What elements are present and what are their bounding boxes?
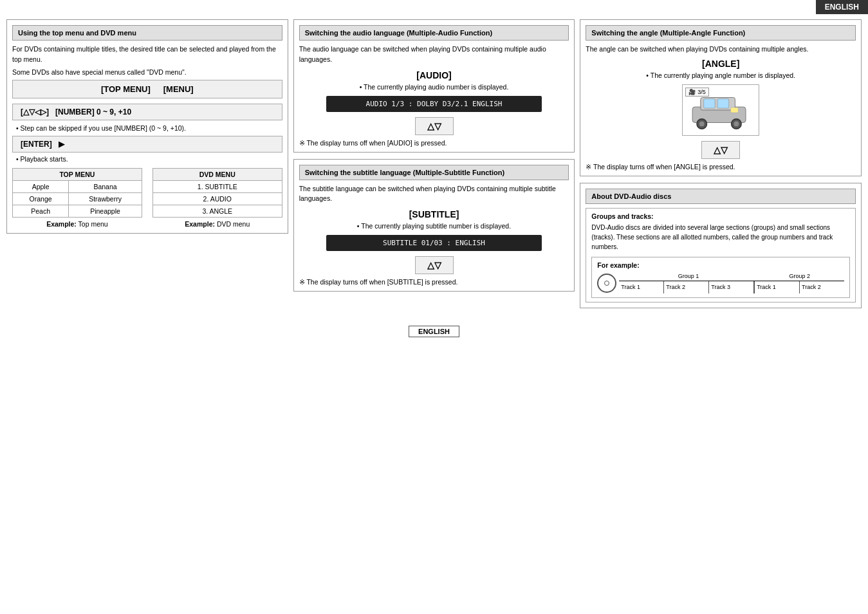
table-row: 2. AUDIO xyxy=(152,193,282,205)
groups-tracks-title: Groups and tracks: xyxy=(591,212,850,220)
subtitle-note: • The currently playing subtitle number … xyxy=(299,222,569,230)
subtitle-display: SUBTITLE 01/03 : ENGLISH xyxy=(326,235,542,251)
angle-asterisk-note: ※ The display turns off when [ANGLE] is … xyxy=(586,163,856,171)
example-top-label: Example: Top menu xyxy=(12,220,142,228)
audio-center-block: [AUDIO] • The currently playing audio nu… xyxy=(299,70,569,112)
subtitle-section: Switching the subtitle language (Multipl… xyxy=(293,159,575,292)
column-2: Switching the audio language (Multiple-A… xyxy=(293,19,575,308)
group1-label: Group 1 xyxy=(622,273,755,279)
subtitle-asterisk-note: ※ The display turns off when [SUBTITLE] … xyxy=(299,278,569,286)
top-menu-section: Using the top menu and DVD menu For DVDs… xyxy=(6,19,288,234)
column-3: Switching the angle (Multiple-Angle Func… xyxy=(580,19,862,308)
subtitle-body: The subtitle language can be switched wh… xyxy=(299,184,569,205)
svg-rect-7 xyxy=(717,98,729,108)
table-row: Orange xyxy=(13,193,69,205)
top-menu-table-wrap: TOP MENU Apple Banana Orange Strawberry … xyxy=(12,168,142,228)
column-1: Using the top menu and DVD menu For DVDs… xyxy=(6,19,288,308)
audio-asterisk-note: ※ The display turns off when [AUDIO] is … xyxy=(299,139,569,147)
subtitle-arrow-box: △▽ xyxy=(415,256,454,274)
angle-icon: 🎥 xyxy=(688,89,696,95)
angle-body: The angle can be switched when playing D… xyxy=(586,44,856,55)
groups-tracks-box: Groups and tracks: DVD-Audio discs are d… xyxy=(586,208,856,302)
subtitle-section-title: Switching the subtitle language (Multipl… xyxy=(299,165,569,180)
table-row: Apple xyxy=(13,181,69,193)
angle-section-title: Switching the angle (Multiple-Angle Func… xyxy=(586,25,856,41)
track-diagram: Group 1 Group 2 Track 1 Track 2 Track 3 … xyxy=(597,273,844,293)
angle-section: Switching the angle (Multiple-Angle Func… xyxy=(580,19,862,176)
groups-tracks-body: DVD-Audio discs are divided into several… xyxy=(591,223,850,252)
angle-label: [ANGLE] xyxy=(586,59,856,69)
audio-display: AUDIO 1/3 : DOLBY D3/2.1 ENGLISH xyxy=(326,96,542,112)
menu-tables: TOP MENU Apple Banana Orange Strawberry … xyxy=(12,168,282,228)
track-bars: Track 1 Track 2 Track 3 Track 1 Track 2 xyxy=(619,281,844,293)
table-row: Pineapple xyxy=(69,205,142,218)
list-item: Track 2 xyxy=(664,281,709,293)
play-icon: ▶ xyxy=(59,140,64,149)
list-item: Track 2 xyxy=(800,281,844,293)
dvd-menu-table-header: DVD MENU xyxy=(152,169,282,181)
dvd-audio-section-title: About DVD-Audio discs xyxy=(586,189,856,204)
direction-label: [△▽◁▷] xyxy=(21,107,49,116)
dvd-menu-table-wrap: DVD MENU 1. SUBTITLE 2. AUDIO 3. ANGLE xyxy=(152,168,282,228)
top-menu-table-header: TOP MENU xyxy=(13,169,142,181)
disc-circle xyxy=(597,274,616,293)
group-labels: Group 1 Group 2 xyxy=(619,273,844,279)
table-row: Strawberry xyxy=(69,193,142,205)
subtitle-center-block: [SUBTITLE] • The currently playing subti… xyxy=(299,209,569,251)
for-example-title: For example: xyxy=(597,261,844,269)
list-item: Track 1 xyxy=(619,281,664,293)
table-row: Peach xyxy=(13,205,69,218)
audio-note: • The currently playing audio number is … xyxy=(299,83,569,91)
angle-arrow-box: △▽ xyxy=(701,141,740,159)
svg-rect-6 xyxy=(704,98,716,108)
english-badge-top: ENGLISH xyxy=(816,0,868,14)
angle-badge-text: 3/5 xyxy=(697,89,706,95)
list-item: Track 1 xyxy=(754,281,800,293)
top-menu-body1: For DVDs containing multiple titles, the… xyxy=(12,44,282,65)
audio-section: Switching the audio language (Multiple-A… xyxy=(293,19,575,153)
angle-image: 🎥 3/5 xyxy=(682,84,759,136)
svg-rect-8 xyxy=(731,107,739,113)
svg-point-3 xyxy=(699,121,705,126)
audio-section-title: Switching the audio language (Multiple-A… xyxy=(299,25,569,41)
top-menu-label: [TOP MENU] xyxy=(101,84,151,94)
subtitle-label: [SUBTITLE] xyxy=(299,209,569,219)
group2-label: Group 2 xyxy=(755,273,844,279)
angle-badge: 🎥 3/5 xyxy=(685,88,709,97)
angle-note: • The currently playing angle number is … xyxy=(586,71,856,79)
angle-center-block: [ANGLE] • The currently playing angle nu… xyxy=(586,59,856,136)
table-row: 3. ANGLE xyxy=(152,205,282,218)
dvd-audio-section: About DVD-Audio discs Groups and tracks:… xyxy=(580,183,862,308)
list-item: Track 3 xyxy=(709,281,754,293)
direction-keys-box: [△▽◁▷] [NUMBER] 0 ~ 9, +10 xyxy=(12,104,282,120)
top-menu-body2: Some DVDs also have special menus called… xyxy=(12,68,282,78)
top-menu-header-box: [TOP MENU] [MENU] xyxy=(12,80,282,98)
step-text: • Step can be skipped if you use [NUMBER… xyxy=(16,124,282,132)
disc-inner xyxy=(604,281,609,286)
audio-label: [AUDIO] xyxy=(299,70,569,80)
enter-label: [ENTER] xyxy=(21,140,52,149)
number-label: [NUMBER] 0 ~ 9, +10 xyxy=(55,107,131,116)
audio-body: The audio language can be switched when … xyxy=(299,44,569,65)
enter-box: [ENTER] ▶ xyxy=(12,136,282,153)
svg-point-5 xyxy=(734,121,739,126)
english-badge-bottom-text: ENGLISH xyxy=(409,326,459,337)
top-menu-section-title: Using the top menu and DVD menu xyxy=(12,25,282,41)
for-example-box: For example: Group 1 Group 2 T xyxy=(591,257,850,298)
dvd-menu-table: DVD MENU 1. SUBTITLE 2. AUDIO 3. ANGLE xyxy=(152,168,282,218)
track-timeline: Group 1 Group 2 Track 1 Track 2 Track 3 … xyxy=(619,273,844,293)
menu-label: [MENU] xyxy=(163,84,194,94)
playback-text: • Playback starts. xyxy=(16,155,282,163)
example-dvd-label: Example: DVD menu xyxy=(152,220,282,228)
table-row: 1. SUBTITLE xyxy=(152,181,282,193)
audio-arrow-box: △▽ xyxy=(415,117,454,135)
english-badge-bottom: ENGLISH xyxy=(0,328,868,335)
top-menu-table: TOP MENU Apple Banana Orange Strawberry … xyxy=(12,168,142,218)
table-row: Banana xyxy=(69,181,142,193)
